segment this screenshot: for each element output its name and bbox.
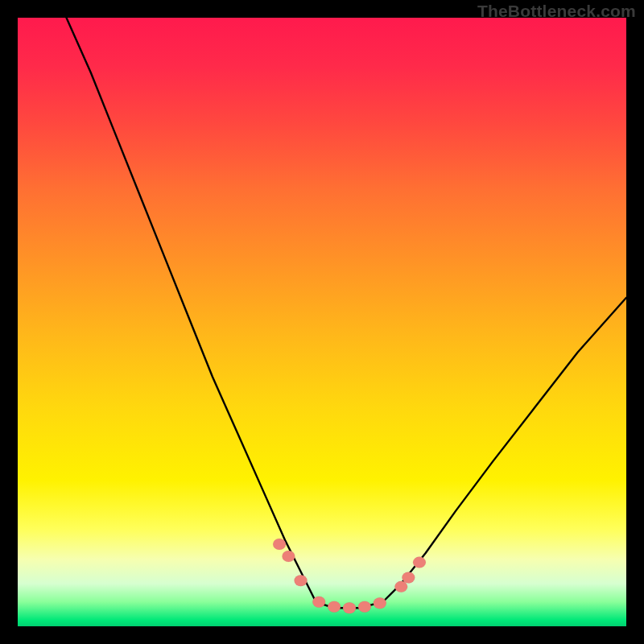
svg-point-9 — [402, 572, 415, 584]
svg-point-10 — [413, 557, 426, 568]
watermark-text: TheBottleneck.com — [477, 2, 636, 21]
curve-lines — [66, 18, 626, 608]
plot-area — [18, 18, 626, 626]
svg-point-3 — [312, 597, 325, 608]
svg-point-1 — [282, 551, 295, 562]
svg-point-6 — [358, 601, 371, 613]
outer-frame: TheBottleneck.com — [0, 0, 644, 644]
svg-point-0 — [273, 539, 286, 550]
chart-svg — [18, 18, 626, 626]
svg-point-2 — [295, 575, 308, 586]
svg-point-4 — [328, 601, 341, 613]
svg-point-5 — [343, 602, 356, 613]
bottom-dots — [273, 539, 426, 613]
svg-point-7 — [374, 597, 386, 609]
